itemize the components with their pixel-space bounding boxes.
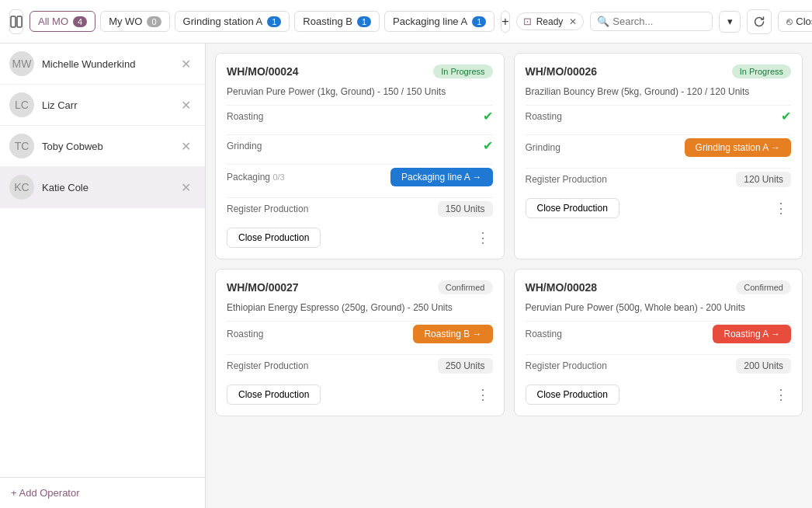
add-tab-btn[interactable]: + bbox=[501, 11, 509, 33]
tab-badge: 4 bbox=[73, 16, 87, 27]
remove-operator-btn[interactable]: ✕ bbox=[176, 137, 196, 155]
operator-item-liz[interactable]: LC Liz Carr ✕ bbox=[0, 85, 205, 126]
search-box: 🔍 bbox=[590, 12, 713, 31]
tab-label: Grinding station A bbox=[183, 16, 263, 27]
card-header: WH/MO/00024 In Progress bbox=[227, 64, 493, 78]
card-footer: Close Production ⋮ bbox=[227, 384, 493, 405]
tab-badge: 1 bbox=[357, 16, 371, 27]
avatar: KC bbox=[9, 175, 34, 200]
close-production-btn[interactable]: Close Production bbox=[526, 198, 619, 218]
card-row: Roasting ✔ bbox=[227, 105, 493, 127]
operator-name: Michelle Wunderkind bbox=[42, 58, 168, 70]
card-header: WH/MO/00027 Confirmed bbox=[227, 280, 493, 294]
filter-chip[interactable]: Ready ✕ bbox=[536, 16, 578, 27]
status-badge: Confirmed bbox=[438, 280, 493, 294]
svg-rect-1 bbox=[17, 16, 22, 27]
card-product: Peruvian Pure Power (500g, Whole bean) -… bbox=[526, 302, 792, 313]
status-badge: In Progress bbox=[732, 64, 791, 78]
card-id: WH/MO/00026 bbox=[526, 65, 598, 78]
filter-icon: ⊡ bbox=[523, 16, 532, 27]
card-id: WH/MO/00024 bbox=[227, 65, 299, 78]
row-label: Roasting bbox=[227, 329, 263, 339]
card-row: Roasting Roasting B → bbox=[227, 321, 493, 346]
register-production-label: Register Production bbox=[526, 360, 607, 371]
operator-item-katie[interactable]: KC Katie Cole ✕ bbox=[0, 167, 205, 208]
cards-area: WH/MO/00024 In Progress Peruvian Pure Po… bbox=[206, 43, 812, 508]
card-row: Roasting ✔ bbox=[526, 105, 792, 127]
station-btn[interactable]: Roasting A → bbox=[713, 325, 791, 343]
more-options-btn[interactable]: ⋮ bbox=[473, 229, 493, 246]
tab-packaging-a[interactable]: Packaging line A1 bbox=[384, 11, 494, 32]
top-bar: All MO4My WO0Grinding station A1Roasting… bbox=[0, 0, 812, 43]
tab-my-wo[interactable]: My WO0 bbox=[100, 11, 169, 32]
card-WH-MO-00026: WH/MO/00026 In Progress Brazilian Bouncy… bbox=[514, 53, 803, 259]
row-label: Roasting bbox=[227, 111, 263, 122]
more-options-btn[interactable]: ⋮ bbox=[771, 200, 791, 217]
card-WH-MO-00024: WH/MO/00024 In Progress Peruvian Pure Po… bbox=[215, 53, 505, 259]
card-row: Register Production 150 Units bbox=[227, 197, 493, 220]
sidebar: MW Michelle Wunderkind ✕ LC Liz Carr ✕ T… bbox=[0, 43, 206, 508]
card-row: Grinding Grinding station A → bbox=[526, 134, 792, 160]
tab-label: My WO bbox=[109, 16, 142, 27]
avatar: TC bbox=[9, 134, 34, 158]
operator-item-toby[interactable]: TC Toby Cobweb ✕ bbox=[0, 126, 205, 167]
card-row: Packaging 0/3 Packaging line A → bbox=[227, 164, 493, 190]
close-production-main-btn[interactable]: ⎋ Close bbox=[778, 11, 812, 32]
operator-name: Katie Cole bbox=[42, 182, 168, 193]
sidebar-toggle-btn[interactable] bbox=[9, 9, 23, 34]
add-operator-btn[interactable]: + Add Operator bbox=[0, 477, 205, 508]
units-badge: 150 Units bbox=[438, 201, 493, 217]
close-production-btn[interactable]: Close Production bbox=[526, 384, 619, 405]
close-icon: ⎋ bbox=[786, 16, 793, 27]
units-badge: 200 Units bbox=[736, 358, 791, 374]
tab-all-mo[interactable]: All MO4 bbox=[29, 11, 95, 32]
close-production-btn[interactable]: Close Production bbox=[227, 384, 321, 405]
card-row: Roasting Roasting A → bbox=[526, 321, 792, 346]
search-icon: 🔍 bbox=[597, 16, 609, 27]
tabs-container: All MO4My WO0Grinding station A1Roasting… bbox=[29, 11, 494, 32]
avatar: MW bbox=[9, 51, 34, 76]
card-row: Register Production 120 Units bbox=[526, 168, 792, 190]
tab-badge: 1 bbox=[267, 16, 281, 27]
close-production-btn[interactable]: Close Production bbox=[227, 228, 321, 248]
more-options-btn[interactable]: ⋮ bbox=[473, 386, 493, 403]
card-product: Brazilian Bouncy Brew (5kg, Ground) - 12… bbox=[526, 86, 792, 97]
check-icon: ✔ bbox=[781, 109, 791, 124]
station-btn[interactable]: Grinding station A → bbox=[685, 138, 791, 157]
search-area: ⊡ Ready ✕ 🔍 ▾ ⎋ Close bbox=[516, 9, 812, 34]
check-icon: ✔ bbox=[483, 138, 493, 153]
remove-operator-btn[interactable]: ✕ bbox=[176, 96, 196, 114]
register-production-label: Register Production bbox=[526, 174, 607, 185]
card-id: WH/MO/00027 bbox=[227, 281, 299, 294]
avatar: LC bbox=[9, 92, 34, 117]
card-product: Peruvian Pure Power (1kg, Ground) - 150 … bbox=[227, 86, 493, 97]
check-icon: ✔ bbox=[483, 109, 493, 124]
close-label: Close bbox=[796, 16, 812, 27]
tab-grinding-a[interactable]: Grinding station A1 bbox=[175, 11, 290, 32]
search-dropdown-btn[interactable]: ▾ bbox=[719, 11, 741, 33]
refresh-btn[interactable] bbox=[747, 9, 772, 34]
operator-item-michelle[interactable]: MW Michelle Wunderkind ✕ bbox=[0, 43, 205, 85]
add-operator-label: + Add Operator bbox=[11, 487, 80, 499]
filter-label: Ready bbox=[536, 16, 564, 27]
tab-roasting-b[interactable]: Roasting B1 bbox=[294, 11, 380, 32]
remove-operator-btn[interactable]: ✕ bbox=[176, 55, 196, 73]
station-btn[interactable]: Roasting B → bbox=[413, 325, 492, 343]
status-badge: Confirmed bbox=[736, 280, 791, 294]
more-options-btn[interactable]: ⋮ bbox=[771, 386, 791, 403]
card-row: Grinding ✔ bbox=[227, 134, 493, 156]
card-WH-MO-00028: WH/MO/00028 Confirmed Peruvian Pure Powe… bbox=[514, 269, 803, 416]
row-label: Grinding bbox=[227, 141, 262, 151]
filter-close-btn[interactable]: ✕ bbox=[569, 16, 577, 27]
tab-badge: 1 bbox=[472, 16, 486, 27]
units-badge: 120 Units bbox=[736, 172, 791, 187]
card-row: Register Production 250 Units bbox=[227, 354, 493, 377]
station-btn[interactable]: Packaging line A → bbox=[390, 168, 492, 186]
remove-operator-btn[interactable]: ✕ bbox=[176, 179, 196, 197]
svg-rect-0 bbox=[11, 16, 16, 27]
tab-label: Packaging line A bbox=[393, 16, 467, 27]
register-production-label: Register Production bbox=[227, 360, 308, 371]
card-footer: Close Production ⋮ bbox=[227, 228, 493, 248]
main-content: MW Michelle Wunderkind ✕ LC Liz Carr ✕ T… bbox=[0, 43, 812, 508]
search-input[interactable] bbox=[612, 16, 706, 27]
